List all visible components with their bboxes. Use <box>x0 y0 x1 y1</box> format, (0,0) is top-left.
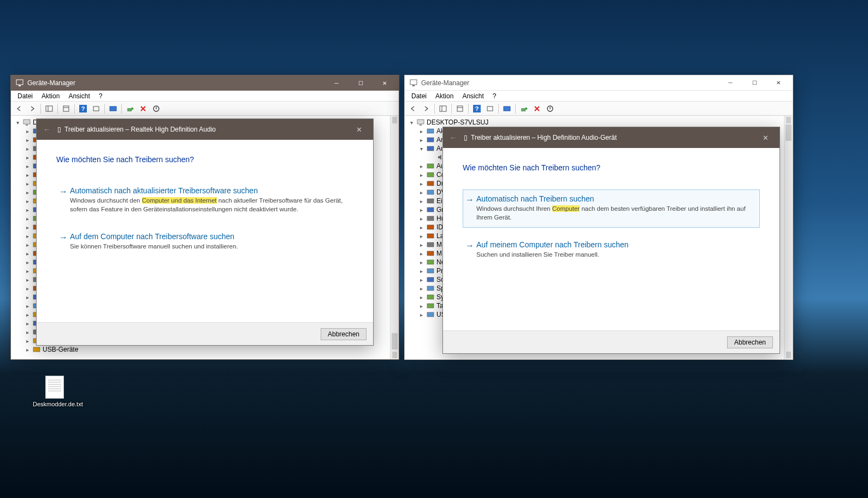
update-driver-button[interactable] <box>518 103 530 115</box>
minimize-button[interactable]: ─ <box>324 75 349 91</box>
properties-button[interactable] <box>60 103 72 115</box>
svg-text:?: ? <box>475 105 479 112</box>
forward-button[interactable] <box>420 103 432 115</box>
action-button[interactable] <box>484 103 496 115</box>
action-button[interactable] <box>90 103 102 115</box>
computer-icon <box>416 118 425 127</box>
tree-node[interactable]: ▸USB-Geräte <box>12 345 398 354</box>
svg-rect-56 <box>427 146 434 151</box>
svg-rect-9 <box>110 106 116 111</box>
device-category-icon <box>426 232 435 240</box>
device-category-icon <box>426 179 435 188</box>
scan-hardware-button[interactable] <box>501 103 513 115</box>
scan-hardware-button[interactable] <box>107 103 119 115</box>
toolbar: ? <box>11 102 399 116</box>
tree-label: M <box>436 241 442 248</box>
svg-rect-69 <box>427 269 434 273</box>
device-category-icon <box>426 293 435 301</box>
option-description: Sie können Treibersoftware manuell suche… <box>70 242 347 251</box>
scrollbar[interactable] <box>784 116 793 359</box>
dialog-titlebar[interactable]: ← ▯Treiber aktualisieren – High Definiti… <box>443 127 780 148</box>
device-category-icon <box>426 249 435 258</box>
svg-rect-68 <box>427 260 434 264</box>
device-category-icon <box>426 170 435 179</box>
svg-rect-2 <box>46 106 52 111</box>
close-button[interactable]: ✕ <box>348 126 370 134</box>
dialog-title: Treiber aktualisieren – High Definition … <box>471 134 617 141</box>
tree-root: DESKTOP-S7VLSUJ <box>427 118 488 126</box>
minimize-button[interactable]: ─ <box>718 75 742 91</box>
svg-rect-49 <box>504 106 510 111</box>
svg-rect-0 <box>16 80 23 85</box>
svg-rect-13 <box>26 124 28 126</box>
desktop-file[interactable]: Deskmodder.de.txt <box>33 376 76 407</box>
close-button[interactable]: ✕ <box>754 134 776 142</box>
show-hide-tree-button[interactable] <box>43 103 55 115</box>
uninstall-button[interactable] <box>137 103 149 115</box>
text-file-icon <box>45 376 64 399</box>
svg-rect-41 <box>412 85 415 86</box>
option-title: Automatisch nach Treibern suchen <box>476 194 754 203</box>
svg-rect-73 <box>427 304 434 308</box>
update-driver-dialog-right[interactable]: ← ▯Treiber aktualisieren – High Definiti… <box>442 127 780 354</box>
cancel-button[interactable]: Abbrechen <box>321 328 367 340</box>
window-title: Geräte-Manager <box>421 79 718 87</box>
dialog-title: Treiber aktualisieren – Realtek High Def… <box>64 126 216 133</box>
menu-aktion[interactable]: Aktion <box>37 92 64 100</box>
desktop-file-label: Deskmodder.de.txt <box>33 401 76 407</box>
option-description: Suchen und installieren Sie Treiber manu… <box>476 251 754 259</box>
device-category-icon <box>426 301 435 310</box>
svg-rect-55 <box>427 138 434 142</box>
menu-ansicht[interactable]: Ansicht <box>64 92 94 100</box>
back-arrow-icon: ← <box>43 125 54 134</box>
svg-rect-12 <box>23 120 30 124</box>
cancel-button[interactable]: Abbrechen <box>727 336 773 348</box>
scrollbar[interactable] <box>390 116 399 359</box>
back-button[interactable] <box>13 103 25 115</box>
uninstall-button[interactable] <box>531 103 543 115</box>
device-category-icon <box>426 284 435 293</box>
properties-button[interactable] <box>454 103 466 115</box>
tree-label: M <box>436 250 442 257</box>
update-driver-dialog-left[interactable]: ← ▯Treiber aktualisieren – Realtek High … <box>36 118 374 346</box>
device-category-icon <box>426 197 435 205</box>
menu-aktion[interactable]: Aktion <box>431 92 458 100</box>
titlebar[interactable]: Geräte-Manager ─ ☐ ✕ <box>405 75 793 91</box>
tree-label: USB-Geräte <box>43 346 78 353</box>
forward-button[interactable] <box>26 103 38 115</box>
close-button[interactable]: ✕ <box>373 75 397 91</box>
update-driver-button[interactable] <box>124 103 136 115</box>
menu-help[interactable]: ? <box>95 92 107 100</box>
arrow-icon: → <box>59 232 70 242</box>
device-category-icon <box>426 205 435 214</box>
maximize-button[interactable]: ☐ <box>349 75 373 91</box>
dialog-titlebar[interactable]: ← ▯Treiber aktualisieren – Realtek High … <box>37 119 373 140</box>
show-hide-tree-button[interactable] <box>437 103 449 115</box>
disable-button[interactable] <box>150 103 162 115</box>
menu-help[interactable]: ? <box>488 92 501 100</box>
close-button[interactable]: ✕ <box>766 75 790 91</box>
option-auto-search[interactable]: → Automatisch nach aktualisierter Treibe… <box>56 181 353 220</box>
svg-rect-42 <box>440 106 446 111</box>
device-icon: ▯ <box>464 134 468 141</box>
svg-rect-10 <box>127 108 132 111</box>
disable-button[interactable] <box>544 103 556 115</box>
svg-rect-52 <box>417 120 424 124</box>
titlebar[interactable]: Geräte-Manager ─ ☐ ✕ <box>11 75 399 91</box>
maximize-button[interactable]: ☐ <box>742 75 766 91</box>
back-button[interactable] <box>407 103 419 115</box>
option-auto-search[interactable]: → Automatisch nach Treibern suchen Windo… <box>463 189 760 228</box>
menu-ansicht[interactable]: Ansicht <box>458 92 488 100</box>
svg-rect-39 <box>33 347 40 352</box>
menu-bar: Datei Aktion Ansicht ? <box>11 91 399 102</box>
help-button[interactable]: ? <box>471 103 483 115</box>
option-browse-computer[interactable]: → Auf meinem Computer nach Treibern such… <box>463 235 760 265</box>
help-button[interactable]: ? <box>77 103 89 115</box>
dialog-heading: Wie möchten Sie nach Treibern suchen? <box>463 163 760 172</box>
option-browse-computer[interactable]: → Auf dem Computer nach Treibersoftware … <box>56 227 353 257</box>
window-title: Geräte-Manager <box>27 79 324 87</box>
device-category-icon <box>32 345 41 354</box>
menu-datei[interactable]: Datei <box>407 92 431 100</box>
menu-datei[interactable]: Datei <box>13 92 37 100</box>
back-arrow-icon: ← <box>450 133 460 142</box>
